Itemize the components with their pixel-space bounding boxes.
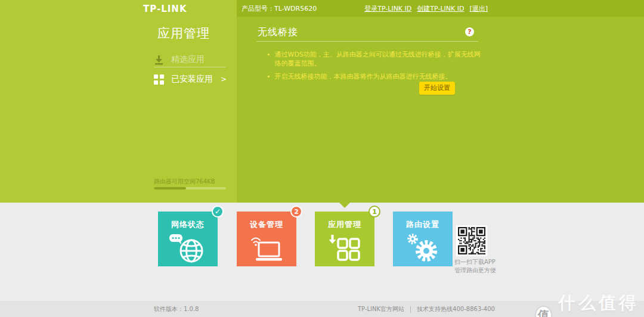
page-title: 无线桥接 bbox=[258, 26, 298, 39]
bullet-text: 通过WDS功能，主、从路由器之间可以通过无线进行桥接，扩展无线网络的覆盖范围。 bbox=[275, 50, 482, 68]
active-tab-pointer bbox=[339, 203, 350, 208]
title-divider bbox=[256, 41, 478, 42]
tile-router-settings[interactable]: 路由设置 bbox=[393, 212, 453, 266]
create-tplink-id-link[interactable]: 创建TP-LINK ID bbox=[417, 4, 464, 13]
login-tplink-id-link[interactable]: 登录TP-LINK ID bbox=[364, 4, 411, 13]
list-item: • 开启无线桥接功能，本路由器将作为从路由器进行无线桥接。 bbox=[267, 72, 481, 81]
count-badge: 2 bbox=[290, 206, 302, 217]
bullet-icon: • bbox=[267, 72, 271, 81]
globe-chat-icon bbox=[158, 231, 218, 266]
tile-label: 网络状态 bbox=[158, 219, 218, 230]
sidebar-item-label: 已安装应用 bbox=[171, 74, 213, 85]
count-badge: 1 bbox=[369, 206, 380, 217]
tile-network-status[interactable]: ✓ 网络状态 bbox=[158, 212, 218, 266]
main-panel: 产品型号：TL-WDR5620 无线桥接 ? • 通过WDS功能，主、从路由器之… bbox=[237, 0, 644, 203]
tile-label: 设备管理 bbox=[237, 219, 296, 230]
support-hotline-label: 技术支持热线400-8863-400 bbox=[417, 305, 495, 313]
footer-bar: 软件版本：1.0.8 TP-LINK官方网站 技术支持热线400-8863-40… bbox=[0, 301, 644, 317]
storage-label: 路由器可用空间764KB bbox=[154, 178, 215, 186]
product-model-label: 产品型号：TL-WDR5620 bbox=[242, 4, 317, 13]
laptop-wifi-icon bbox=[237, 231, 296, 266]
bullet-text: 开启无线桥接功能，本路由器将作为从路由器进行无线桥接。 bbox=[275, 72, 452, 81]
check-badge: ✓ bbox=[212, 206, 224, 217]
storage-progressbar bbox=[154, 187, 226, 189]
tile-label: 应用管理 bbox=[315, 219, 374, 230]
list-item: • 通过WDS功能，主、从路由器之间可以通过无线进行桥接，扩展无线网络的覆盖范围… bbox=[267, 50, 481, 68]
tile-app-management[interactable]: 1 应用管理 bbox=[315, 212, 374, 266]
official-site-link[interactable]: TP-LINK官方网站 bbox=[358, 305, 404, 313]
grid-icon bbox=[154, 74, 164, 85]
storage-progress-fill bbox=[154, 187, 186, 189]
bullet-icon: • bbox=[267, 50, 271, 68]
sidebar-item-installed-apps[interactable]: 已安装应用 > bbox=[154, 72, 227, 87]
footer-right: TP-LINK官方网站 技术支持热线400-8863-400 bbox=[358, 305, 495, 313]
account-links: 登录TP-LINK ID 创建TP-LINK ID [退出] bbox=[364, 4, 488, 13]
sidebar: TP-LINK 应用管理 精选应用 已安装应用 > 路由器可用空间764KB bbox=[0, 0, 237, 203]
tile-label: 路由设置 bbox=[393, 219, 453, 230]
sidebar-divider bbox=[154, 67, 226, 67]
start-setup-button[interactable]: 开始设置 bbox=[419, 82, 455, 95]
description-list: • 通过WDS功能，主、从路由器之间可以通过无线进行桥接，扩展无线网络的覆盖范围… bbox=[267, 50, 481, 85]
footer-divider bbox=[410, 306, 411, 313]
sidebar-title: 应用管理 bbox=[157, 25, 210, 42]
sidebar-item-featured-apps[interactable]: 精选应用 bbox=[154, 52, 227, 67]
qr-caption-line2: 管理路由更方便 bbox=[454, 266, 496, 275]
tile-device-management[interactable]: 2 设备管理 bbox=[237, 212, 296, 266]
apps-download-icon bbox=[315, 231, 374, 266]
logout-link[interactable]: [退出] bbox=[469, 4, 488, 13]
qr-code bbox=[456, 225, 487, 256]
sidebar-item-label: 精选应用 bbox=[171, 54, 205, 65]
tplink-logo: TP-LINK bbox=[143, 4, 187, 14]
qr-caption-line1: 扫一扫下载APP bbox=[454, 258, 496, 266]
gears-icon bbox=[393, 231, 453, 266]
download-icon bbox=[154, 55, 164, 65]
chevron-right-icon: > bbox=[221, 75, 227, 83]
software-version-label: 软件版本：1.0.8 bbox=[154, 305, 199, 313]
help-icon[interactable]: ? bbox=[465, 27, 474, 36]
